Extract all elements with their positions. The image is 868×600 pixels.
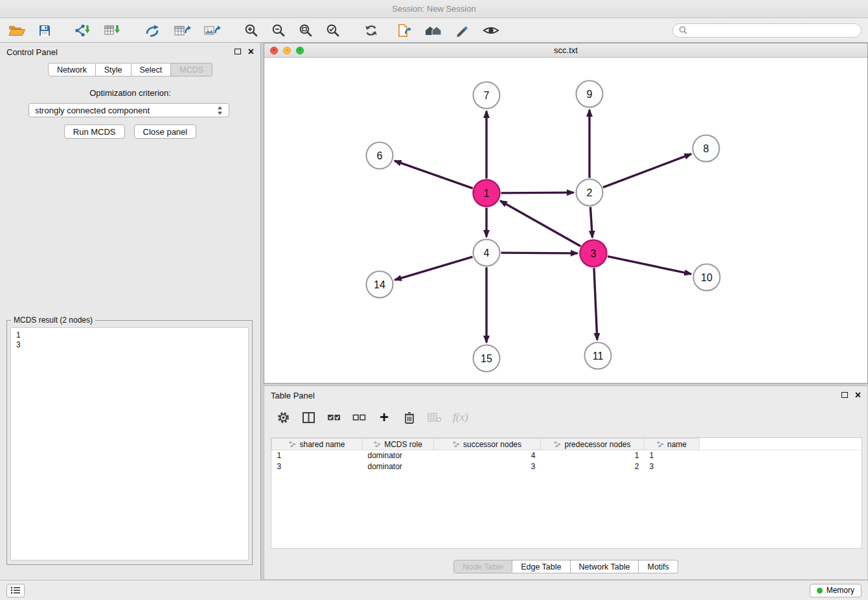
table-settings-button[interactable] (276, 411, 290, 424)
graph-node-11[interactable]: 11 (585, 343, 611, 369)
graph-edge-4-14[interactable] (394, 257, 472, 280)
graph-node-4[interactable]: 4 (474, 240, 500, 266)
memory-button[interactable]: Memory (810, 584, 862, 597)
tab-mcds[interactable]: MCDS (171, 63, 212, 76)
panel-list-button[interactable] (6, 584, 25, 597)
tab-style[interactable]: Style (96, 63, 131, 76)
show-hide-button[interactable] (481, 23, 501, 38)
graph-node-1[interactable]: 1 (474, 180, 500, 207)
node-table-area: shared nameMCDS rolesuccessor nodesprede… (271, 437, 862, 549)
delete-table-button[interactable] (428, 412, 442, 422)
graph-node-6[interactable]: 6 (367, 143, 393, 169)
tab-motifs[interactable]: Motifs (639, 560, 678, 573)
tab-node-table[interactable]: Node Table (453, 560, 512, 573)
run-mcds-button[interactable]: Run MCDS (64, 124, 125, 139)
float-window-icon[interactable] (841, 392, 848, 398)
tab-network-table[interactable]: Network Table (571, 560, 639, 573)
column-header-predecessor-nodes[interactable]: predecessor nodes (541, 439, 645, 450)
refresh-icon (363, 24, 379, 37)
close-icon[interactable]: × (248, 48, 254, 56)
select-all-button[interactable] (326, 413, 341, 422)
import-network-button[interactable] (73, 23, 93, 38)
export-image-button[interactable] (202, 23, 223, 38)
zoom-fit-button[interactable] (297, 22, 315, 39)
table-cell: 3 (434, 461, 541, 472)
tab-network[interactable]: Network (48, 63, 96, 76)
new-network-button[interactable] (143, 23, 163, 38)
network-window-title: scc.txt (554, 45, 578, 55)
application-window: Session: New Session (0, 0, 868, 600)
table-cell: 3 (272, 461, 363, 472)
column-header-shared-name[interactable]: shared name (272, 439, 363, 450)
tab-edge-table[interactable]: Edge Table (512, 560, 570, 573)
graph-edge-3-10[interactable] (608, 257, 691, 274)
graph-node-9[interactable]: 9 (577, 81, 603, 108)
graph-node-3[interactable]: 3 (580, 240, 607, 267)
graph-node-2[interactable]: 2 (577, 179, 603, 206)
table-row[interactable]: 1dominator411 (272, 450, 862, 461)
mcds-result-list[interactable]: 13 (10, 327, 249, 560)
optimization-criterion-label: Optimization criterion: (0, 88, 260, 98)
svg-text:14: 14 (374, 279, 385, 290)
gear-icon (277, 411, 290, 424)
import-table-button[interactable] (102, 23, 123, 38)
svg-text:6: 6 (377, 150, 383, 161)
graph-node-7[interactable]: 7 (474, 82, 500, 109)
export-document-button[interactable] (395, 23, 413, 38)
control-panel-tabs: NetworkStyleSelectMCDS (0, 63, 260, 76)
maximize-window-icon[interactable]: + (296, 47, 304, 54)
close-icon[interactable]: × (855, 391, 861, 400)
mcds-result-group: MCDS result (2 nodes) 13 (6, 320, 253, 565)
table-row[interactable]: 3dominator323 (272, 461, 862, 472)
show-columns-button[interactable] (301, 412, 315, 423)
svg-text:9: 9 (587, 89, 593, 100)
column-header-MCDS-role[interactable]: MCDS role (363, 439, 434, 450)
graph-node-8[interactable]: 8 (693, 135, 720, 162)
network-canvas[interactable]: 7968124314101511 (264, 58, 867, 383)
table-panel-title: Table Panel (271, 391, 315, 400)
graph-edge-2-8[interactable] (603, 154, 691, 187)
close-panel-button[interactable]: Close panel (134, 124, 197, 139)
close-window-icon[interactable]: × (270, 47, 278, 54)
search-input[interactable] (691, 25, 855, 36)
style-button[interactable] (453, 23, 472, 38)
open-session-button[interactable] (6, 23, 27, 38)
memory-status-icon (817, 588, 823, 594)
graph-edge-3-1[interactable] (500, 201, 580, 246)
column-header-successor-nodes[interactable]: successor nodes (434, 439, 541, 450)
delete-column-button[interactable] (402, 411, 417, 424)
graph-node-14[interactable]: 14 (367, 271, 393, 298)
graph-node-15[interactable]: 15 (474, 345, 500, 372)
add-column-button[interactable]: + (377, 411, 391, 423)
search-field[interactable] (672, 23, 862, 38)
graph-edge-4-3[interactable] (501, 253, 577, 253)
export-table-button[interactable] (172, 23, 193, 38)
export-table-icon (174, 24, 191, 37)
zoom-in-button[interactable] (242, 22, 260, 39)
table-cell: 1 (541, 450, 645, 461)
graph-edge-1-2[interactable] (501, 192, 573, 193)
criterion-dropdown[interactable]: strongly connected component (29, 103, 229, 117)
graph-edge-1-6[interactable] (394, 161, 473, 188)
svg-text:15: 15 (481, 353, 492, 364)
node-table: shared nameMCDS rolesuccessor nodesprede… (271, 438, 862, 472)
tab-select[interactable]: Select (131, 63, 172, 76)
save-session-button[interactable] (36, 23, 53, 38)
table-panel-tabs: Node TableEdge TableNetwork TableMotifs (264, 560, 867, 573)
home-button[interactable] (422, 23, 444, 38)
refresh-button[interactable] (361, 23, 381, 38)
graph-node-10[interactable]: 10 (694, 264, 720, 291)
table-cell: 1 (645, 450, 700, 461)
svg-text:2: 2 (587, 187, 593, 198)
column-header-name[interactable]: name (645, 439, 700, 450)
deselect-all-button[interactable] (352, 413, 366, 422)
chevron-up-down-icon (217, 106, 223, 115)
function-builder-button[interactable]: f(x) (453, 411, 468, 424)
minimize-window-icon[interactable]: − (283, 47, 291, 54)
eye-icon (483, 25, 499, 36)
zoom-out-button[interactable] (269, 22, 288, 39)
graph-edge-2-3[interactable] (590, 207, 592, 237)
graph-edge-3-11[interactable] (594, 268, 597, 340)
zoom-selected-button[interactable] (324, 22, 342, 39)
float-window-icon[interactable] (234, 49, 241, 54)
